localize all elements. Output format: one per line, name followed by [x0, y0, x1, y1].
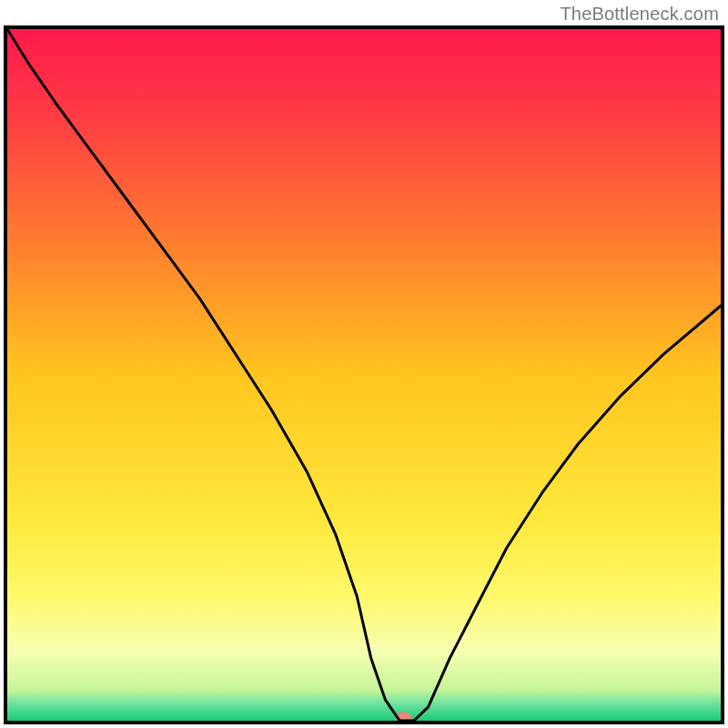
- chart-background: [7, 29, 721, 721]
- bottleneck-chart: [4, 25, 724, 724]
- chart-svg: [4, 25, 724, 724]
- watermark-text: TheBottleneck.com: [560, 4, 719, 25]
